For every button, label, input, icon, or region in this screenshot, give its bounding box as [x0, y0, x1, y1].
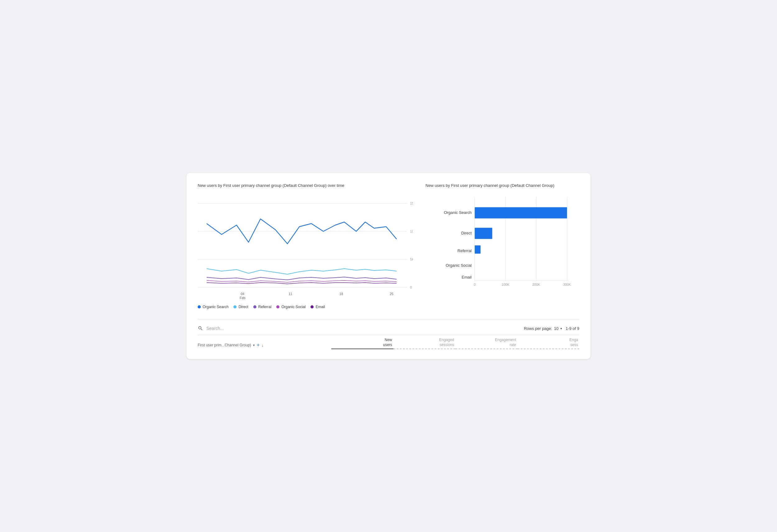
th-col-engaged-sessions: Engagedsessions	[394, 338, 455, 349]
legend-dot-referral	[253, 305, 256, 308]
svg-rect-23	[474, 228, 492, 239]
table-header: First user prim...Channel Group) ▾ + ↓ N…	[198, 335, 579, 349]
svg-text:100K: 100K	[502, 283, 510, 286]
th-dropdown-arrow[interactable]: ▾	[253, 343, 255, 347]
th-first-col: First user prim...Channel Group) ▾ + ↓	[198, 342, 331, 349]
svg-text:25: 25	[390, 292, 394, 296]
legend-label-organic-search: Organic Search	[203, 305, 228, 309]
svg-text:Direct: Direct	[461, 231, 472, 236]
legend-item-organic-search: Organic Search	[198, 305, 228, 309]
legend-dot-organic-social	[276, 305, 280, 308]
chevron-down-icon[interactable]: ▾	[560, 327, 562, 330]
bar-chart-svg: Organic Search Direct Referral Organic S…	[426, 194, 579, 300]
legend-label-referral: Referral	[258, 305, 271, 309]
bar-chart-area: Organic Search Direct Referral Organic S…	[426, 194, 579, 300]
section-divider	[198, 319, 579, 319]
svg-text:15K: 15K	[410, 202, 413, 205]
left-chart-title: New users by First user primary channel …	[198, 183, 413, 188]
legend-dot-direct	[233, 305, 236, 308]
legend-label-organic-social: Organic Social	[281, 305, 306, 309]
legend-item-referral: Referral	[253, 305, 271, 309]
page-range: 1-9 of 9	[566, 326, 579, 331]
svg-text:18: 18	[339, 292, 343, 296]
chart-legend: Organic Search Direct Referral Organic S…	[198, 305, 413, 309]
svg-rect-22	[474, 207, 567, 219]
svg-text:Feb: Feb	[240, 296, 245, 300]
search-box[interactable]: Search...	[198, 326, 224, 331]
legend-item-direct: Direct	[233, 305, 248, 309]
svg-text:200K: 200K	[532, 283, 540, 286]
left-chart-section: New users by First user primary channel …	[198, 183, 413, 309]
th-plus-button[interactable]: +	[257, 342, 259, 348]
svg-text:11: 11	[289, 292, 292, 296]
svg-text:300K: 300K	[563, 283, 571, 286]
rows-per-page-value[interactable]: 10	[554, 326, 558, 331]
th-col-enga-sess: Engasess	[518, 338, 579, 349]
legend-item-organic-social: Organic Social	[276, 305, 306, 309]
charts-row: New users by First user primary channel …	[198, 183, 579, 309]
th-first-col-label: First user prim...Channel Group)	[198, 343, 251, 347]
svg-rect-24	[474, 245, 480, 253]
th-col-new-users: Newusers	[331, 338, 393, 349]
svg-text:10K: 10K	[410, 229, 413, 233]
th-col-engagement-rate: Engagementrate	[455, 338, 517, 349]
rows-per-page-label: Rows per page:	[524, 326, 552, 331]
search-icon	[198, 326, 203, 331]
svg-text:Organic Social: Organic Social	[446, 263, 472, 268]
th-sort-arrow[interactable]: ↓	[261, 343, 263, 348]
svg-text:0: 0	[410, 286, 412, 289]
pagination-area: Rows per page: 10 ▾ 1-9 of 9	[524, 326, 579, 331]
line-chart-svg: 15K 10K 5K 0 04 Feb	[198, 194, 413, 300]
right-chart-title: New users by First user primary channel …	[426, 183, 579, 188]
legend-label-direct: Direct	[238, 305, 248, 309]
svg-text:Organic Search: Organic Search	[444, 211, 471, 215]
line-chart-wrap: 15K 10K 5K 0 04 Feb	[198, 194, 413, 300]
main-card: New users by First user primary channel …	[187, 173, 590, 359]
rows-per-page: Rows per page: 10 ▾	[524, 326, 562, 331]
right-chart-section: New users by First user primary channel …	[426, 183, 579, 309]
legend-dot-organic-search	[198, 305, 201, 308]
svg-text:Referral: Referral	[457, 249, 472, 253]
search-placeholder[interactable]: Search...	[206, 326, 224, 331]
legend-dot-email	[311, 305, 314, 308]
table-controls: Search... Rows per page: 10 ▾ 1-9 of 9	[198, 326, 579, 331]
svg-text:Email: Email	[461, 275, 471, 280]
legend-item-email: Email	[311, 305, 325, 309]
svg-text:0: 0	[474, 283, 475, 286]
legend-label-email: Email	[316, 305, 325, 309]
svg-text:5K: 5K	[410, 257, 413, 261]
svg-text:04: 04	[241, 292, 244, 296]
